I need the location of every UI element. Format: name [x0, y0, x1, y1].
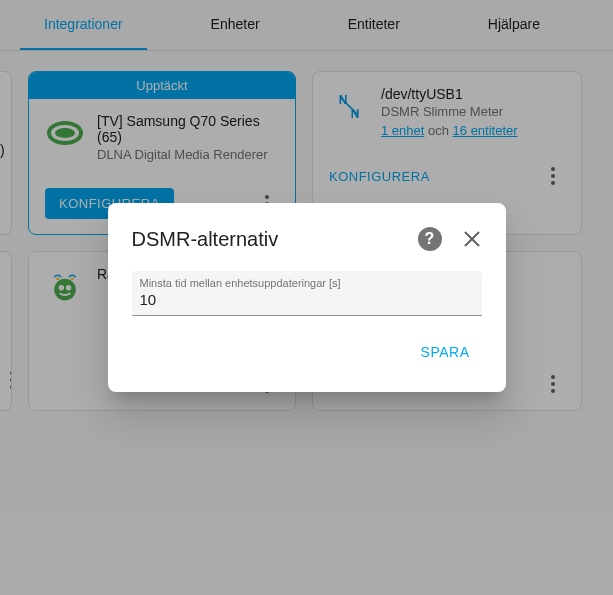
dsmr-options-dialog: DSMR-alternativ ? Minsta tid mellan enhe…: [108, 203, 506, 392]
dialog-scrim[interactable]: DSMR-alternativ ? Minsta tid mellan enhe…: [0, 0, 613, 595]
close-icon[interactable]: [462, 229, 482, 249]
dialog-title: DSMR-alternativ: [132, 228, 279, 251]
min-time-field[interactable]: Minsta tid mellan enhetsuppdateringar [s…: [132, 271, 482, 316]
min-time-input[interactable]: [140, 291, 474, 308]
save-button[interactable]: SPARA: [409, 336, 482, 368]
help-icon[interactable]: ?: [418, 227, 442, 251]
field-label: Minsta tid mellan enhetsuppdateringar [s…: [140, 277, 474, 289]
